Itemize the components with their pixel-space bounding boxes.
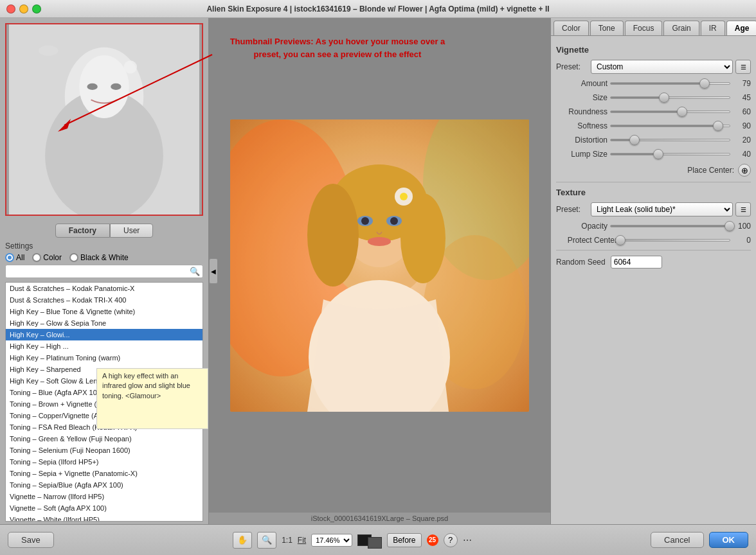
- radio-bw[interactable]: Black & White: [69, 253, 129, 262]
- amount-value: 79: [733, 79, 751, 88]
- tab-color[interactable]: Color: [554, 21, 589, 35]
- tab-age[interactable]: Age: [726, 21, 756, 35]
- list-item[interactable]: Toning – Sepia/Blue (Agfa APX 100): [6, 479, 203, 491]
- list-item[interactable]: Toning – Green & Yellow (Fuji Neopan): [6, 433, 203, 445]
- zoom-percent-container: 17.46%: [311, 534, 352, 547]
- close-button[interactable]: [6, 4, 15, 13]
- list-item-selected[interactable]: High Key – Glowi...: [6, 329, 203, 340]
- list-item[interactable]: Vignette – White (Ilford HP5): [6, 514, 203, 522]
- ok-button[interactable]: OK: [709, 532, 749, 548]
- size-thumb[interactable]: [659, 92, 669, 103]
- roundness-row: Roundness 60: [556, 107, 751, 116]
- list-item[interactable]: Toning – Sepia (Ilford HP5+): [6, 456, 203, 468]
- list-item[interactable]: Toning – Sepia + Vignette (Panatomic-X): [6, 468, 203, 479]
- texture-preset-menu-button[interactable]: ☰: [735, 202, 751, 216]
- annotation-overlay: Thumbnail Previews: As you hover your mo…: [219, 35, 456, 60]
- softness-slider[interactable]: [610, 125, 730, 127]
- list-item[interactable]: High Key – Blue Tone & Vignette (white): [6, 306, 203, 317]
- image-filename: iStock_000016341619XLarge – Square.psd: [209, 513, 550, 524]
- roundness-slider[interactable]: [610, 110, 730, 113]
- tab-focus[interactable]: Focus: [625, 21, 663, 35]
- distortion-thumb[interactable]: [629, 135, 640, 145]
- softness-value: 90: [733, 121, 751, 130]
- size-fill: [611, 97, 664, 98]
- divider-2: [556, 250, 751, 251]
- help-button[interactable]: ?: [444, 533, 458, 547]
- opacity-label: Opacity: [556, 222, 608, 231]
- radio-bw-circle: [69, 253, 78, 262]
- random-seed-label: Random Seed: [556, 258, 606, 267]
- size-value: 45: [733, 93, 751, 102]
- more-options-icon[interactable]: ⋯: [463, 535, 472, 545]
- fit-label[interactable]: Fit: [298, 536, 306, 545]
- main-image-svg: [230, 119, 529, 412]
- save-button[interactable]: Save: [8, 532, 54, 548]
- distortion-slider[interactable]: [610, 139, 730, 141]
- center-panel: ◀: [209, 18, 550, 524]
- random-seed-input[interactable]: 6064: [611, 256, 662, 269]
- minimize-button[interactable]: [19, 4, 28, 13]
- softness-row: Softness 90: [556, 121, 751, 130]
- texture-preset-label: Preset:: [556, 205, 588, 214]
- tab-tone[interactable]: Tone: [590, 21, 624, 35]
- list-item[interactable]: Vignette – Narrow (Ilford HP5): [6, 491, 203, 502]
- divider-1: [556, 182, 751, 182]
- window-controls[interactable]: [6, 4, 41, 13]
- search-input[interactable]: [8, 267, 190, 276]
- list-item[interactable]: High Key – Glow & Sepia Tone: [6, 317, 203, 329]
- zoom-tool-button[interactable]: 🔍: [257, 532, 276, 549]
- vignette-preset-menu-button[interactable]: ☰: [735, 60, 751, 74]
- list-item[interactable]: Dust & Scratches – Kodak Panatomic-X: [6, 283, 203, 294]
- amount-thumb[interactable]: [699, 78, 710, 89]
- warning-badge[interactable]: 25: [427, 534, 438, 546]
- radio-all-label: All: [16, 253, 24, 262]
- roundness-label: Roundness: [556, 107, 608, 116]
- tab-grain[interactable]: Grain: [663, 21, 699, 35]
- opacity-thumb[interactable]: [724, 221, 735, 231]
- vignette-section-header: Vignette: [556, 45, 751, 55]
- list-item[interactable]: Dust & Scratches – Kodak TRI-X 400: [6, 294, 203, 306]
- preset-tab-bar: Factory User: [0, 224, 208, 238]
- roundness-thumb[interactable]: [677, 107, 687, 117]
- random-seed-row: Random Seed 6064: [556, 256, 751, 269]
- protect-center-thumb[interactable]: [615, 235, 626, 245]
- place-center-button[interactable]: ⊕: [738, 164, 751, 177]
- size-slider[interactable]: [610, 96, 730, 99]
- window-title: Alien Skin Exposure 4 | istock16341619 –…: [206, 4, 549, 13]
- list-item[interactable]: Vignette – Soft (Agfa APX 100): [6, 502, 203, 514]
- before-button[interactable]: Before: [387, 533, 421, 547]
- lump-size-thumb[interactable]: [653, 149, 663, 159]
- user-tab[interactable]: User: [110, 224, 153, 238]
- list-item[interactable]: Toning – Selenium (Fuji Neopan 1600): [6, 445, 203, 456]
- vignette-preset-select[interactable]: Custom: [591, 60, 733, 74]
- main-image: [230, 119, 529, 412]
- zoom-ratio-display: 1:1: [282, 536, 292, 545]
- search-icon[interactable]: 🔍: [190, 267, 200, 276]
- amount-label: Amount: [556, 79, 608, 88]
- list-item[interactable]: High Key – Platinum Toning (warm): [6, 352, 203, 364]
- tab-ir[interactable]: IR: [701, 21, 725, 35]
- opacity-value: 100: [733, 222, 751, 231]
- texture-preset-select[interactable]: Light Leak (solid tube)*: [591, 202, 733, 216]
- radio-all[interactable]: All: [5, 253, 24, 262]
- annotation-arrow: [13, 42, 206, 119]
- maximize-button[interactable]: [32, 4, 41, 13]
- list-item[interactable]: High Key – High ...: [6, 340, 203, 352]
- opacity-slider[interactable]: [610, 225, 730, 227]
- main-image-area: [209, 18, 550, 513]
- amount-slider[interactable]: [610, 82, 730, 85]
- color-swatch-toggle[interactable]: [368, 537, 382, 549]
- protect-center-slider[interactable]: [620, 239, 730, 242]
- lump-size-slider[interactable]: [610, 153, 730, 155]
- place-center-row: Place Center: ⊕: [556, 164, 751, 177]
- factory-tab[interactable]: Factory: [55, 224, 110, 238]
- size-label: Size: [556, 93, 608, 102]
- zoom-percent-select[interactable]: 17.46%: [311, 534, 352, 547]
- vignette-preset-row: Preset: Custom ☰: [556, 60, 751, 74]
- pan-tool-button[interactable]: ✋: [233, 532, 252, 549]
- radio-color[interactable]: Color: [32, 253, 62, 262]
- softness-thumb[interactable]: [713, 121, 723, 131]
- cancel-button[interactable]: Cancel: [651, 532, 703, 548]
- opacity-fill: [611, 225, 730, 227]
- panel-collapse-arrow[interactable]: ◀: [209, 258, 218, 284]
